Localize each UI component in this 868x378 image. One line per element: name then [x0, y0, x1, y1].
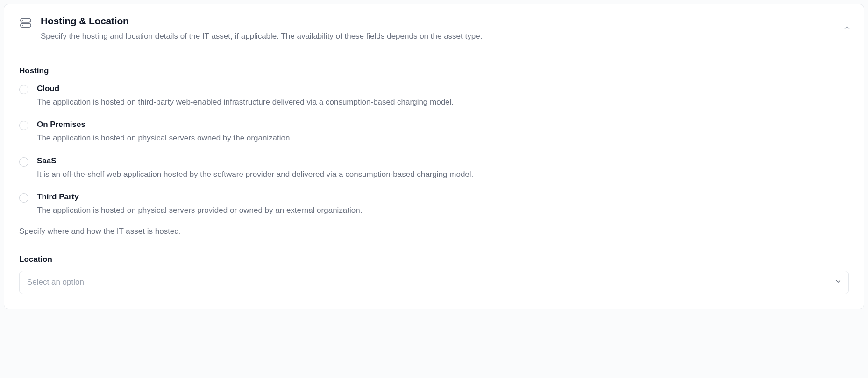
location-section: Location Select an option: [19, 255, 849, 294]
location-select-wrap: Select an option: [19, 271, 849, 294]
svg-rect-1: [21, 23, 31, 27]
radio-input[interactable]: [19, 85, 28, 94]
hosting-helper-text: Specify where and how the IT asset is ho…: [19, 227, 849, 236]
radio-desc: The application is hosted on physical se…: [37, 132, 849, 144]
hosting-option-cloud[interactable]: Cloud The application is hosted on third…: [19, 84, 849, 108]
radio-desc: The application is hosted on third-party…: [37, 96, 849, 108]
hosting-option-saas[interactable]: SaaS It is an off-the-shelf web applicat…: [19, 156, 849, 181]
radio-desc: The application is hosted on physical se…: [37, 204, 849, 217]
hosting-option-on-premises[interactable]: On Premises The application is hosted on…: [19, 120, 849, 144]
panel-header-text: Hosting & Location Specify the hosting a…: [41, 15, 849, 42]
hosting-label: Hosting: [19, 66, 849, 76]
panel-title: Hosting & Location: [41, 15, 849, 27]
radio-text: Cloud The application is hosted on third…: [37, 84, 849, 108]
chevron-up-icon: [843, 23, 851, 33]
radio-input[interactable]: [19, 157, 28, 167]
radio-title: Third Party: [37, 192, 79, 201]
location-select[interactable]: Select an option: [19, 271, 849, 294]
svg-rect-0: [21, 19, 31, 22]
hosting-location-panel: Hosting & Location Specify the hosting a…: [4, 4, 864, 309]
svg-point-2: [22, 20, 23, 21]
panel-body: Hosting Cloud The application is hosted …: [4, 53, 864, 309]
radio-input[interactable]: [19, 193, 28, 203]
svg-point-3: [22, 25, 23, 26]
panel-subtitle: Specify the hosting and location details…: [41, 30, 849, 42]
radio-text: SaaS It is an off-the-shelf web applicat…: [37, 156, 849, 181]
radio-text: Third Party The application is hosted on…: [37, 192, 849, 217]
radio-title: On Premises: [37, 120, 85, 129]
location-select-placeholder: Select an option: [27, 278, 84, 287]
radio-input[interactable]: [19, 121, 28, 130]
radio-title: Cloud: [37, 84, 59, 93]
radio-desc: It is an off-the-shelf web application h…: [37, 168, 849, 181]
radio-text: On Premises The application is hosted on…: [37, 120, 849, 144]
radio-title: SaaS: [37, 156, 57, 165]
panel-header: Hosting & Location Specify the hosting a…: [4, 4, 864, 53]
hosting-option-third-party[interactable]: Third Party The application is hosted on…: [19, 192, 849, 217]
server-stack-icon: [19, 16, 32, 29]
hosting-radio-group: Cloud The application is hosted on third…: [19, 84, 849, 217]
location-label: Location: [19, 255, 849, 264]
collapse-toggle[interactable]: [840, 22, 854, 35]
